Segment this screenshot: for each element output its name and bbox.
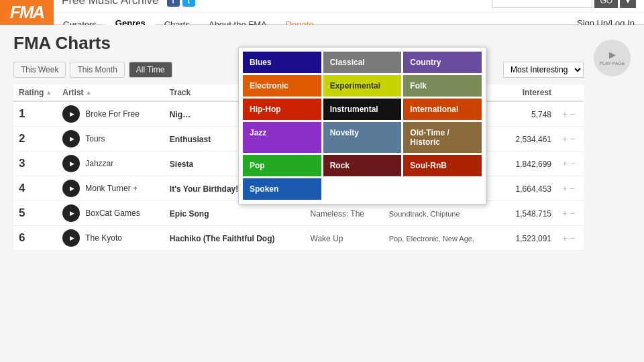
facebook-icon[interactable]: f <box>167 0 180 7</box>
logo-text: FMA <box>10 2 44 23</box>
vote-down[interactable]: − <box>570 109 575 119</box>
artist-name: Tours <box>85 134 105 143</box>
genres-dropdown: BluesClassicalCountryElectronicExperimen… <box>238 47 486 204</box>
artist-name: Monk Turner + <box>85 184 138 193</box>
album-name: Wake Up <box>311 234 343 243</box>
col-artist: Artist ▲ <box>57 84 164 101</box>
search-dropdown-arrow[interactable]: ▼ <box>620 0 636 8</box>
filter-all-time[interactable]: All Time <box>129 62 172 78</box>
genre-item-blues[interactable]: Blues <box>243 52 321 73</box>
genre-item-oldtime[interactable]: Old-Time / Historic <box>403 122 482 153</box>
vote-down[interactable]: − <box>570 133 575 144</box>
play-button[interactable]: ▶ <box>62 180 80 197</box>
interest-count: 2,534,461 <box>516 135 551 144</box>
vote-up[interactable]: + <box>562 233 568 243</box>
genre-item-country[interactable]: Country <box>403 52 482 73</box>
go-button[interactable]: GO <box>594 0 618 8</box>
interest-count: 1,664,453 <box>516 184 551 194</box>
vote-down[interactable]: − <box>570 208 575 219</box>
album-name: Nameless: The <box>311 209 364 219</box>
track-name[interactable]: It's Your Birthday! <box>170 184 238 194</box>
genres-grid: BluesClassicalCountryElectronicExperimen… <box>243 52 482 200</box>
table-row: 6 ▶ The Kyoto Hachiko (The Faithtful Dog… <box>13 226 584 251</box>
genre-item-soulrnb[interactable]: Soul-RnB <box>403 155 482 176</box>
rank-number: 3 <box>19 157 25 170</box>
genre-item-rock[interactable]: Rock <box>323 155 402 176</box>
search-input[interactable] <box>492 0 592 8</box>
artist-name: Jahzzar <box>85 159 113 168</box>
vote-up[interactable]: + <box>562 183 568 194</box>
filter-this-week[interactable]: This Week <box>13 62 66 78</box>
genre-item-novelty[interactable]: Novelty <box>323 122 402 153</box>
genre-tags: Pop, Electronic, New Age, <box>389 235 474 243</box>
vote-down[interactable]: − <box>570 183 575 194</box>
play-page-label: PLAY PAGE <box>599 61 625 66</box>
artist-name: Broke For Free <box>85 109 140 119</box>
genre-item-experimental[interactable]: Experimental <box>323 75 402 97</box>
rank-number: 4 <box>19 182 25 194</box>
vote-up[interactable]: + <box>562 158 568 169</box>
track-name[interactable]: Epic Song <box>170 209 209 219</box>
track-name[interactable]: Nig… <box>170 110 191 119</box>
track-name[interactable]: Hachiko (The Faithtful Dog) <box>170 234 275 243</box>
artist-name: BoxCat Games <box>85 208 140 218</box>
table-row: 5 ▶ BoxCat Games Epic Song Nameless: The… <box>13 201 584 226</box>
artist-name: The Kyoto <box>85 233 122 243</box>
interest-count: 1,548,715 <box>516 209 551 219</box>
rank-number: 5 <box>19 206 25 219</box>
col-rating: Rating ▲ <box>13 84 57 101</box>
site-title: Free Music Archive <box>62 0 159 7</box>
genre-item-hiphop[interactable]: Hip-Hop <box>243 99 321 120</box>
genre-tags: Soundtrack, Chiptune <box>389 210 460 218</box>
genre-item-international[interactable]: International <box>403 99 482 120</box>
interest-count: 1,842,699 <box>516 160 551 169</box>
genre-item-jazz[interactable]: Jazz <box>243 122 321 153</box>
vote-down[interactable]: − <box>570 158 575 169</box>
genre-item-spoken[interactable]: Spoken <box>243 178 321 200</box>
vote-down[interactable]: − <box>570 233 575 243</box>
rank-number: 6 <box>19 231 25 244</box>
play-button[interactable]: ▶ <box>62 130 80 147</box>
play-button[interactable]: ▶ <box>62 204 80 222</box>
filter-this-month[interactable]: This Month <box>70 62 124 78</box>
play-button[interactable]: ▶ <box>62 155 80 172</box>
social-icons: f t <box>167 0 195 7</box>
interest-count: 1,523,091 <box>516 234 551 243</box>
genre-item-instrumental[interactable]: Instrumental <box>323 99 402 120</box>
play-page-button[interactable]: ▶ PLAY PAGE <box>594 40 631 76</box>
interest-count: 5,748 <box>531 110 551 119</box>
col-interest: Interest <box>500 84 557 101</box>
rank-number: 2 <box>19 132 25 145</box>
track-name[interactable]: Siesta <box>170 160 193 169</box>
twitter-icon[interactable]: t <box>182 0 195 7</box>
vote-up[interactable]: + <box>562 208 568 219</box>
genre-item-electronic[interactable]: Electronic <box>243 75 321 97</box>
track-name[interactable]: Enthusiast <box>170 135 211 144</box>
genre-item-classical[interactable]: Classical <box>323 52 402 73</box>
vote-up[interactable]: + <box>562 133 568 144</box>
genre-item-pop[interactable]: Pop <box>243 155 321 176</box>
play-button[interactable]: ▶ <box>62 229 80 247</box>
rank-number: 1 <box>19 107 25 120</box>
sort-dropdown[interactable]: Most Interesting <box>503 62 584 78</box>
search-area: GO ▼ <box>492 0 636 8</box>
col-actions <box>557 84 584 101</box>
genre-item-folk[interactable]: Folk <box>403 75 482 97</box>
play-button[interactable]: ▶ <box>62 105 80 123</box>
vote-up[interactable]: + <box>562 109 568 119</box>
